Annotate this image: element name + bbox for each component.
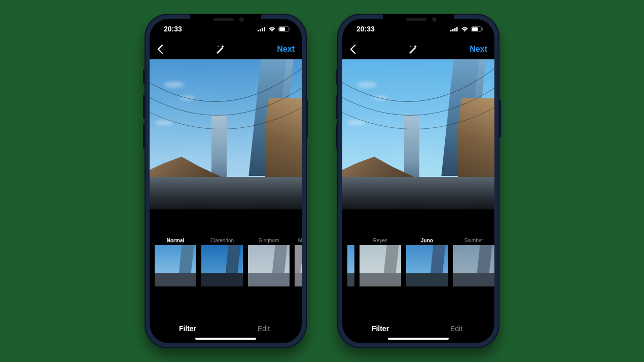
back-button[interactable]: [157, 44, 163, 54]
notch: [383, 14, 454, 27]
home-indicator[interactable]: [195, 338, 256, 340]
phone-left: 20:33 Next: [145, 14, 307, 348]
svg-rect-0: [258, 30, 259, 31]
filter-gingham[interactable]: Gingham: [248, 236, 290, 291]
next-button[interactable]: Next: [470, 45, 487, 54]
battery-icon: [471, 26, 483, 32]
notch: [190, 14, 261, 27]
home-indicator[interactable]: [388, 338, 449, 340]
magic-wand-icon: [214, 44, 226, 55]
nav-bar: Next: [342, 39, 494, 59]
screen: 20:33 Next: [150, 19, 302, 343]
filter-label: M: [298, 236, 302, 245]
filter-thumb: [347, 245, 354, 286]
svg-rect-1: [260, 29, 261, 31]
svg-point-15: [410, 46, 411, 47]
filter-thumb: [453, 245, 494, 286]
svg-rect-8: [450, 30, 452, 31]
svg-rect-14: [482, 28, 483, 30]
filter-partial-left[interactable]: [347, 236, 354, 291]
nav-bar: Next: [150, 39, 302, 59]
svg-rect-11: [456, 27, 458, 31]
svg-rect-6: [290, 28, 291, 30]
photo-preview[interactable]: [150, 59, 302, 209]
svg-point-7: [218, 46, 219, 47]
cellular-icon: [450, 26, 458, 31]
filter-juno[interactable]: Juno: [406, 236, 448, 291]
filter-thumb: [155, 245, 196, 286]
photo-preview[interactable]: [342, 59, 494, 209]
status-time: 20:33: [356, 25, 375, 33]
filter-thumb: [201, 245, 243, 286]
filter-label: Clarendon: [210, 236, 234, 245]
filters-row[interactable]: Normal Clarendon Gingham M: [150, 236, 302, 291]
filter-partial[interactable]: M: [295, 236, 302, 291]
chevron-left-icon: [157, 44, 163, 54]
filter-thumb: [360, 245, 401, 286]
filter-thumb: [248, 245, 290, 286]
chevron-left-icon: [349, 44, 356, 54]
status-icons: [258, 26, 291, 32]
svg-rect-3: [264, 27, 265, 31]
svg-rect-9: [452, 29, 454, 31]
filter-thumb: [406, 245, 448, 286]
filter-slumber[interactable]: Slumber: [453, 236, 494, 291]
status-icons: [450, 26, 483, 32]
auto-enhance-button[interactable]: [214, 44, 226, 55]
cellular-icon: [258, 26, 266, 31]
phone-right: 20:33 Next: [337, 14, 499, 348]
filter-label: Gingham: [259, 236, 279, 245]
filter-label: Slumber: [464, 236, 483, 245]
magic-wand-icon: [407, 44, 418, 55]
screen: 20:33 Next: [342, 19, 494, 343]
filter-thumb: [295, 245, 302, 286]
back-button[interactable]: [349, 44, 356, 54]
wifi-icon: [268, 26, 276, 32]
auto-enhance-button[interactable]: [407, 44, 418, 55]
svg-rect-5: [279, 27, 285, 31]
wifi-icon: [461, 26, 469, 32]
filter-normal[interactable]: Normal: [155, 236, 196, 291]
next-button[interactable]: Next: [277, 45, 295, 54]
filter-clarendon[interactable]: Clarendon: [201, 236, 243, 291]
filter-reyes[interactable]: Reyes: [360, 236, 401, 291]
status-time: 20:33: [164, 25, 182, 33]
battery-icon: [278, 26, 291, 32]
filter-label: Juno: [421, 236, 433, 245]
svg-rect-13: [472, 27, 478, 31]
filter-label: Normal: [167, 236, 184, 245]
svg-rect-10: [454, 28, 456, 31]
filter-label: Reyes: [373, 236, 387, 245]
svg-rect-2: [262, 28, 263, 31]
filters-row[interactable]: Reyes Juno Slumber C: [342, 236, 494, 291]
